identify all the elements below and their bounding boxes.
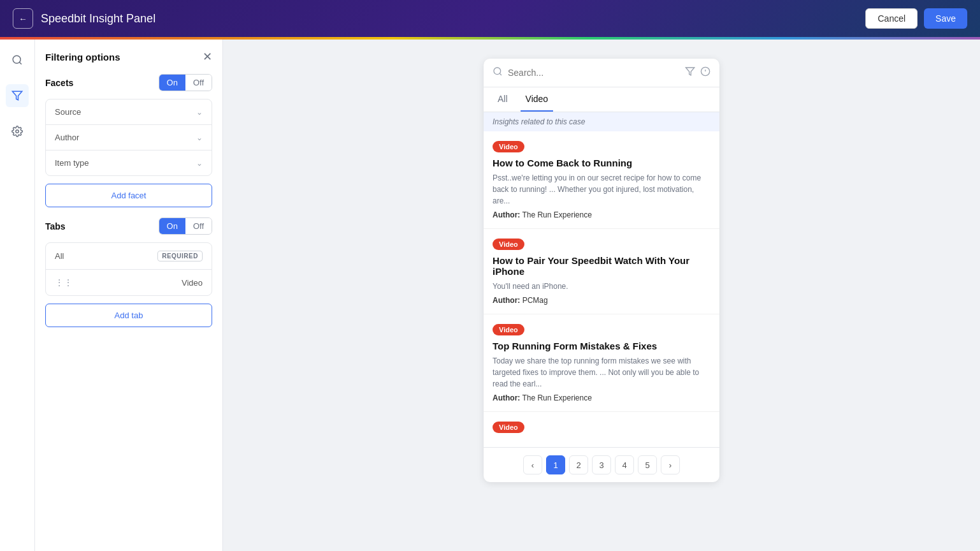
filtering-panel: Filtering options ✕ Facets On Off Source… <box>35 40 223 551</box>
result-desc-3: Today we share the top running form mist… <box>493 355 710 390</box>
facet-source-label: Source <box>55 107 81 117</box>
facet-itemtype-chevron: ⌄ <box>196 159 203 168</box>
result-desc-1: Psst..we're letting you in on our secret… <box>493 172 710 207</box>
video-badge-2: Video <box>493 239 524 250</box>
facets-section-header: Facets On Off <box>45 74 212 91</box>
facets-list: Source ⌄ Author ⌄ Item type ⌄ <box>45 99 212 176</box>
tab-nav-video[interactable]: Video <box>521 87 554 112</box>
insights-banner: Insights related to this case <box>484 112 719 131</box>
svg-point-4 <box>494 68 501 75</box>
pagination: ‹ 1 2 3 4 5 › <box>484 447 719 482</box>
svg-point-3 <box>16 130 19 133</box>
result-desc-2: You'll need an iPhone. <box>493 281 710 292</box>
video-badge-4: Video <box>493 422 524 433</box>
result-author-2: Author: PCMag <box>493 296 710 305</box>
result-item-1: Video How to Come Back to Running Psst..… <box>484 131 719 229</box>
facet-item-itemtype[interactable]: Item type ⌄ <box>46 151 212 175</box>
result-title-2: How to Pair Your Speedbit Watch With You… <box>493 255 710 277</box>
tab-video-label: Video <box>182 278 203 288</box>
topbar: ← Speedbit Insight Panel Cancel Save <box>0 0 980 37</box>
svg-point-0 <box>13 55 20 63</box>
app-title: Speedbit Insight Panel <box>41 12 155 26</box>
search-input[interactable] <box>508 68 680 78</box>
sidebar-search-icon[interactable] <box>6 48 29 71</box>
save-button[interactable]: Save <box>924 8 967 29</box>
facets-toggle[interactable]: On Off <box>159 74 212 91</box>
tabs-section-header: Tabs On Off <box>45 217 212 235</box>
video-badge-1: Video <box>493 141 524 152</box>
facets-toggle-off[interactable]: Off <box>185 75 212 91</box>
svg-marker-2 <box>13 91 22 100</box>
facets-toggle-on[interactable]: On <box>159 75 185 91</box>
close-panel-button[interactable]: ✕ <box>203 50 212 64</box>
back-button[interactable]: ← <box>13 8 33 29</box>
result-title-3: Top Running Form Mistakes & Fixes <box>493 341 710 351</box>
tab-item-all[interactable]: All REQUIRED <box>46 243 212 270</box>
result-author-3: Author: The Run Experience <box>493 393 710 402</box>
video-badge-3: Video <box>493 324 524 335</box>
insights-text: Insights related to this case <box>493 117 585 126</box>
cancel-button[interactable]: Cancel <box>865 8 918 29</box>
result-item-3: Video Top Running Form Mistakes & Fixes … <box>484 314 719 412</box>
page-3-button[interactable]: 3 <box>592 455 611 474</box>
tabs-toggle-on[interactable]: On <box>159 218 185 234</box>
tab-nav-all[interactable]: All <box>493 87 513 112</box>
sidebar-gear-icon[interactable] <box>6 120 29 143</box>
facet-author-chevron: ⌄ <box>196 133 203 142</box>
add-facet-button[interactable]: Add facet <box>45 184 212 207</box>
page-1-button[interactable]: 1 <box>546 455 565 474</box>
result-title-1: How to Come Back to Running <box>493 158 710 168</box>
results-list: Video How to Come Back to Running Psst..… <box>484 131 719 447</box>
drag-handle-icon[interactable]: ⋮⋮ <box>55 277 73 288</box>
search-panel: All Video Insights related to this case … <box>484 59 719 482</box>
required-badge: REQUIRED <box>157 251 203 261</box>
svg-line-1 <box>19 62 21 64</box>
page-5-button[interactable]: 5 <box>638 455 657 474</box>
facet-source-chevron: ⌄ <box>196 108 203 117</box>
page-4-button[interactable]: 4 <box>615 455 634 474</box>
content-area: All Video Insights related to this case … <box>223 40 980 551</box>
tab-item-video[interactable]: ⋮⋮ Video <box>46 270 212 295</box>
tabs-toggle-off[interactable]: Off <box>185 218 212 234</box>
facet-item-source[interactable]: Source ⌄ <box>46 99 212 125</box>
tabs-toggle[interactable]: On Off <box>159 217 212 235</box>
info-action-button[interactable] <box>700 66 710 79</box>
result-item-2: Video How to Pair Your Speedbit Watch Wi… <box>484 229 719 314</box>
facets-label: Facets <box>45 78 73 88</box>
sidebar-filter-icon[interactable] <box>6 84 29 107</box>
tabs-nav: All Video <box>484 87 719 112</box>
facet-itemtype-label: Item type <box>55 158 89 168</box>
facet-author-label: Author <box>55 133 79 142</box>
next-page-button[interactable]: › <box>661 455 680 474</box>
filter-action-button[interactable] <box>685 66 695 79</box>
add-tab-button[interactable]: Add tab <box>45 304 212 327</box>
tabs-list: All REQUIRED ⋮⋮ Video <box>45 242 212 296</box>
panel-title: Filtering options <box>45 52 120 62</box>
svg-marker-6 <box>686 68 694 75</box>
result-item-4: Video <box>484 412 719 447</box>
result-author-1: Author: The Run Experience <box>493 210 710 219</box>
tab-all-label: All <box>55 251 64 261</box>
prev-page-button[interactable]: ‹ <box>523 455 542 474</box>
search-bar <box>484 59 719 87</box>
facet-item-author[interactable]: Author ⌄ <box>46 125 212 151</box>
tabs-label: Tabs <box>45 221 66 231</box>
search-icon <box>493 66 503 79</box>
icon-sidebar <box>0 40 35 551</box>
svg-line-5 <box>500 73 501 75</box>
page-2-button[interactable]: 2 <box>569 455 588 474</box>
